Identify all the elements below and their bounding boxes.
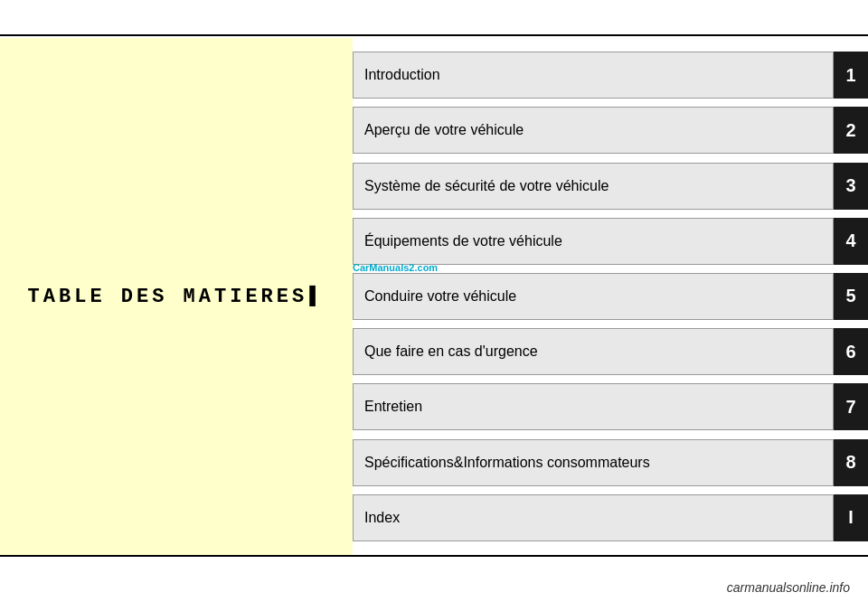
toc-item-number-9: I	[834, 494, 868, 541]
toc-row[interactable]: Spécifications&Informations consommateur…	[353, 439, 868, 486]
toc-item-number-2: 2	[834, 107, 868, 154]
toc-row[interactable]: Aperçu de votre véhicule2	[353, 107, 868, 154]
toc-item-label-9[interactable]: Index	[353, 494, 834, 541]
toc-item-label-7[interactable]: Entretien	[353, 383, 834, 430]
toc-item-label-3[interactable]: Système de sécurité de votre véhicule	[353, 163, 834, 210]
right-panel: Introduction1Aperçu de votre véhicule2Sy…	[353, 38, 868, 555]
top-rule	[0, 34, 868, 36]
bottom-site-text: carmanualsonline.info	[727, 580, 850, 595]
toc-item-number-5: 5	[834, 273, 868, 320]
toc-row[interactable]: IndexI	[353, 494, 868, 541]
toc-row[interactable]: Introduction1	[353, 52, 868, 99]
toc-row[interactable]: Système de sécurité de votre véhicule3	[353, 163, 868, 210]
toc-row[interactable]: Que faire en cas d'urgence6	[353, 328, 868, 375]
toc-item-label-5[interactable]: Conduire votre véhicule	[353, 273, 834, 320]
toc-row[interactable]: Entretien7	[353, 383, 868, 430]
left-panel: TABLE DES MATIERES	[0, 38, 353, 555]
toc-item-label-2[interactable]: Aperçu de votre véhicule	[353, 107, 834, 154]
toc-item-number-7: 7	[834, 383, 868, 430]
toc-item-number-4: 4	[834, 218, 868, 265]
toc-title: TABLE DES MATIERES	[28, 286, 326, 308]
toc-item-number-3: 3	[834, 163, 868, 210]
toc-item-label-1[interactable]: Introduction	[353, 52, 834, 99]
toc-item-label-4[interactable]: Équipements de votre véhicule	[353, 218, 834, 265]
toc-item-number-8: 8	[834, 439, 868, 486]
toc-item-label-8[interactable]: Spécifications&Informations consommateur…	[353, 439, 834, 486]
toc-row[interactable]: Équipements de votre véhicule4	[353, 218, 868, 265]
bottom-rule	[0, 555, 868, 557]
toc-item-label-6[interactable]: Que faire en cas d'urgence	[353, 328, 834, 375]
toc-item-number-6: 6	[834, 328, 868, 375]
toc-item-number-1: 1	[834, 52, 868, 99]
toc-row[interactable]: Conduire votre véhicule5	[353, 273, 868, 320]
